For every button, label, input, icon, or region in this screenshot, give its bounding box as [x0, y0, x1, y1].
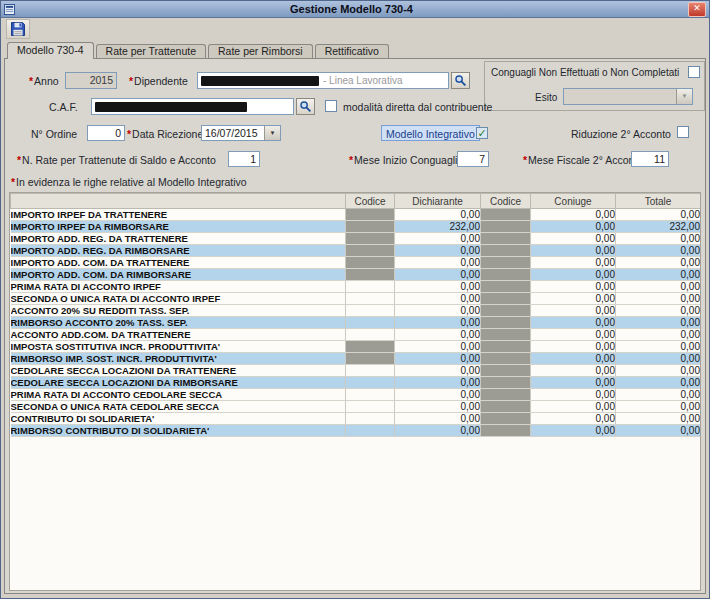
- table-row[interactable]: ACCONTO ADD.COM. DA TRATTENERE0,000,000,…: [11, 329, 701, 341]
- app-icon: [4, 4, 15, 15]
- title-bar[interactable]: Gestione Modello 730-4 ✕: [1, 1, 709, 18]
- codice-dichiarante-cell: [346, 401, 395, 413]
- dipendente-suffix: - Linea Lavorativa: [323, 73, 403, 88]
- tab-modello-730-4[interactable]: Modello 730-4: [7, 42, 94, 59]
- data-ricezione-field[interactable]: 16/07/2015 ▼: [201, 125, 281, 141]
- row-label-cell: SECONDA O UNICA RATA CEDOLARE SECCA: [11, 401, 346, 413]
- codice-dichiarante-cell: [346, 221, 395, 233]
- required-asterisk: *: [523, 154, 527, 166]
- table-row[interactable]: IMPORTO ADD. REG. DA TRATTENERE0,000,000…: [11, 233, 701, 245]
- codice-dichiarante-cell: [346, 257, 395, 269]
- table-row[interactable]: PRIMA RATA DI ACCONTO IRPEF0,000,000,00: [11, 281, 701, 293]
- column-header: [11, 194, 346, 209]
- caf-field[interactable]: [91, 98, 294, 115]
- tab-rettificativo[interactable]: Rettificativo: [315, 44, 389, 58]
- table-row[interactable]: RIMBORSO IMP. SOST. INCR. PRODUTTIVITA'0…: [11, 353, 701, 365]
- column-header: Dichiarante: [395, 194, 481, 209]
- dichiarante-value-cell: 0,00: [395, 425, 481, 437]
- modello-integrativo-label: Modello Integrativo: [381, 125, 480, 141]
- table-row[interactable]: RIMBORSO CONTRIBUTO DI SOLIDARIETA'0,000…: [11, 425, 701, 437]
- codice-coniuge-cell: [481, 425, 531, 437]
- close-icon: ✕: [693, 3, 701, 13]
- column-header: Coniuge: [531, 194, 616, 209]
- coniuge-value-cell: 0,00: [531, 209, 616, 221]
- conguagli-checkbox[interactable]: [688, 66, 700, 78]
- codice-dichiarante-cell: [346, 425, 395, 437]
- mese-fiscale-field[interactable]: 11: [631, 151, 669, 167]
- totale-value-cell: 0,00: [616, 293, 701, 305]
- row-label-cell: CEDOLARE SECCA LOCAZIONI DA RIMBORSARE: [11, 377, 346, 389]
- table-row[interactable]: PRIMA RATA DI ACCONTO CEDOLARE SECCA0,00…: [11, 389, 701, 401]
- codice-dichiarante-cell: [346, 341, 395, 353]
- modello-integrativo-checkbox[interactable]: [476, 127, 488, 139]
- n-rate-field[interactable]: 1: [228, 151, 260, 167]
- codice-dichiarante-cell: [346, 353, 395, 365]
- required-asterisk: *: [29, 75, 33, 87]
- row-label-cell: IMPOSTA SOSTITUTIVA INCR. PRODUTTIVITA': [11, 341, 346, 353]
- table-row[interactable]: IMPORTO ADD. COM. DA RIMBORSARE0,000,000…: [11, 269, 701, 281]
- dichiarante-value-cell: 0,00: [395, 329, 481, 341]
- table-row[interactable]: IMPORTO IRPEF DA RIMBORSARE232,000,00232…: [11, 221, 701, 233]
- table-row[interactable]: CONTRIBUTO DI SOLIDARIETA'0,000,000,00: [11, 413, 701, 425]
- table-row[interactable]: IMPORTO IRPEF DA TRATTENERE0,000,000,00: [11, 209, 701, 221]
- n-ordine-field[interactable]: 0: [87, 125, 125, 141]
- amounts-table: CodiceDichiaranteCodiceConiugeTotale IMP…: [10, 193, 701, 437]
- table-row[interactable]: IMPOSTA SOSTITUTIVA INCR. PRODUTTIVITA'0…: [11, 341, 701, 353]
- table-row[interactable]: SECONDA O UNICA RATA DI ACCONTO IRPEF0,0…: [11, 293, 701, 305]
- tab-rate-per-trattenute[interactable]: Rate per Trattenute: [96, 44, 206, 58]
- modalita-diretta-checkbox[interactable]: [325, 100, 337, 112]
- n-rate-label: *N. Rate per Trattenute di Saldo e Accon…: [17, 154, 216, 166]
- conguagli-label: Conguagli Non Effettuati o Non Completat…: [491, 67, 679, 79]
- totale-value-cell: 0,00: [616, 317, 701, 329]
- table-row[interactable]: CEDOLARE SECCA LOCAZIONI DA RIMBORSARE0,…: [11, 377, 701, 389]
- totale-value-cell: 0,00: [616, 377, 701, 389]
- dichiarante-value-cell: 0,00: [395, 353, 481, 365]
- totale-value-cell: 232,00: [616, 221, 701, 233]
- totale-value-cell: 0,00: [616, 245, 701, 257]
- table-row[interactable]: ACCONTO 20% SU REDDITI TASS. SEP.0,000,0…: [11, 305, 701, 317]
- row-label-cell: CEDOLARE SECCA LOCAZIONI DA TRATTENERE: [11, 365, 346, 377]
- coniuge-value-cell: 0,00: [531, 353, 616, 365]
- calendar-dropdown-icon: ▼: [264, 126, 280, 140]
- table-row[interactable]: IMPORTO ADD. COM. DA TRATTENERE0,000,000…: [11, 257, 701, 269]
- row-label-cell: IMPORTO IRPEF DA TRATTENERE: [11, 209, 346, 221]
- coniuge-value-cell: 0,00: [531, 245, 616, 257]
- tab-rate-per-rimborsi[interactable]: Rate per Rimborsi: [208, 44, 313, 58]
- esito-select[interactable]: ▼: [563, 88, 693, 105]
- coniuge-value-cell: 0,00: [531, 221, 616, 233]
- codice-coniuge-cell: [481, 365, 531, 377]
- codice-dichiarante-cell: [346, 317, 395, 329]
- codice-dichiarante-cell: [346, 245, 395, 257]
- row-label-cell: IMPORTO ADD. COM. DA RIMBORSARE: [11, 269, 346, 281]
- row-label-cell: PRIMA RATA DI ACCONTO CEDOLARE SECCA: [11, 389, 346, 401]
- codice-coniuge-cell: [481, 293, 531, 305]
- codice-coniuge-cell: [481, 413, 531, 425]
- codice-coniuge-cell: [481, 233, 531, 245]
- totale-value-cell: 0,00: [616, 209, 701, 221]
- dichiarante-value-cell: 0,00: [395, 293, 481, 305]
- riduzione-acconto-checkbox[interactable]: [677, 126, 689, 138]
- save-button[interactable]: [6, 19, 30, 39]
- row-label-cell: SECONDA O UNICA RATA DI ACCONTO IRPEF: [11, 293, 346, 305]
- save-floppy-icon: [10, 21, 26, 37]
- table-row[interactable]: CEDOLARE SECCA LOCAZIONI DA TRATTENERE0,…: [11, 365, 701, 377]
- dipendente-field[interactable]: - Linea Lavorativa: [197, 72, 449, 89]
- totale-value-cell: 0,00: [616, 305, 701, 317]
- close-button[interactable]: ✕: [688, 2, 706, 17]
- column-header: Codice: [346, 194, 395, 209]
- table-row[interactable]: IMPORTO ADD. REG. DA RIMBORSARE0,000,000…: [11, 245, 701, 257]
- caf-search-button[interactable]: [296, 98, 315, 115]
- dichiarante-value-cell: 0,00: [395, 281, 481, 293]
- dipendente-search-button[interactable]: [451, 72, 470, 89]
- anno-field[interactable]: 2015: [65, 72, 117, 89]
- codice-dichiarante-cell: [346, 233, 395, 245]
- data-ricezione-value: 16/07/2015: [202, 126, 264, 140]
- codice-coniuge-cell: [481, 281, 531, 293]
- table-header-row: CodiceDichiaranteCodiceConiugeTotale: [11, 194, 701, 209]
- table-row[interactable]: RIMBORSO ACCONTO 20% TASS. SEP.0,000,000…: [11, 317, 701, 329]
- mese-inizio-field[interactable]: 7: [457, 151, 489, 167]
- required-asterisk: *: [11, 176, 15, 188]
- codice-coniuge-cell: [481, 317, 531, 329]
- coniuge-value-cell: 0,00: [531, 413, 616, 425]
- table-row[interactable]: SECONDA O UNICA RATA CEDOLARE SECCA0,000…: [11, 401, 701, 413]
